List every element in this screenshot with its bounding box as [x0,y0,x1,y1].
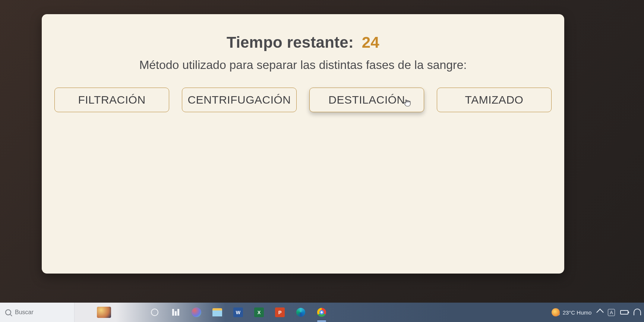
powerpoint-icon: P [275,307,285,317]
taskbar-center-icons: W X P [149,307,327,318]
taskbar-search-label: Buscar [15,309,34,316]
windows-taskbar: Buscar W X P 23 [0,303,644,322]
answers-row: FILTRACIÓN CENTRIFUGACIÓN DESTILACIÓN TA… [53,88,553,112]
taskbar-right: 23°C Humo A [552,308,641,316]
answer-option-3[interactable]: DESTILACIÓN [309,88,424,112]
excel-app-button[interactable]: X [253,307,265,318]
timer-line: Tiempo restante: 24 [53,34,553,51]
task-view-button[interactable] [170,307,181,318]
news-thumbnail-icon [97,307,111,318]
powerpoint-app-button[interactable]: P [274,307,285,318]
copilot-button[interactable] [191,307,202,318]
battery-icon[interactable] [620,310,628,315]
taskbar-search[interactable]: Buscar [0,303,75,322]
weather-widget[interactable]: 23°C Humo [552,308,592,316]
copilot-icon [192,307,201,317]
ime-indicator-icon[interactable]: A [608,309,615,316]
tray-overflow-icon[interactable] [596,309,604,316]
chrome-app-button[interactable] [316,307,327,318]
chrome-icon [317,308,326,317]
file-explorer-icon [212,308,222,316]
answer-option-2[interactable]: CENTRIFUGACIÓN [182,88,297,112]
task-view-icon [172,309,179,316]
answer-option-1[interactable]: FILTRACIÓN [54,88,169,112]
timer-value: 24 [362,34,379,51]
excel-icon: X [254,307,264,317]
start-button[interactable] [149,307,160,318]
desktop-background: Tiempo restante: 24 Método utilizado par… [0,0,644,322]
weather-icon [552,308,560,316]
file-explorer-button[interactable] [212,307,223,318]
taskbar-news-widget[interactable] [97,307,111,318]
edge-icon [296,308,305,317]
system-tray[interactable]: A [597,309,641,316]
circle-icon [151,309,158,316]
word-icon: W [233,307,243,317]
answer-option-4[interactable]: TAMIZADO [437,88,552,112]
timer-label: Tiempo restante: [227,34,354,51]
quiz-question: Método utilizado para separar las distin… [53,58,553,72]
active-app-indicator [317,321,326,322]
edge-app-button[interactable] [295,307,306,318]
wifi-icon[interactable] [634,309,641,315]
quiz-card: Tiempo restante: 24 Método utilizado par… [42,14,564,274]
weather-text: 23°C Humo [563,309,592,316]
word-app-button[interactable]: W [233,307,244,318]
search-icon [5,309,11,315]
